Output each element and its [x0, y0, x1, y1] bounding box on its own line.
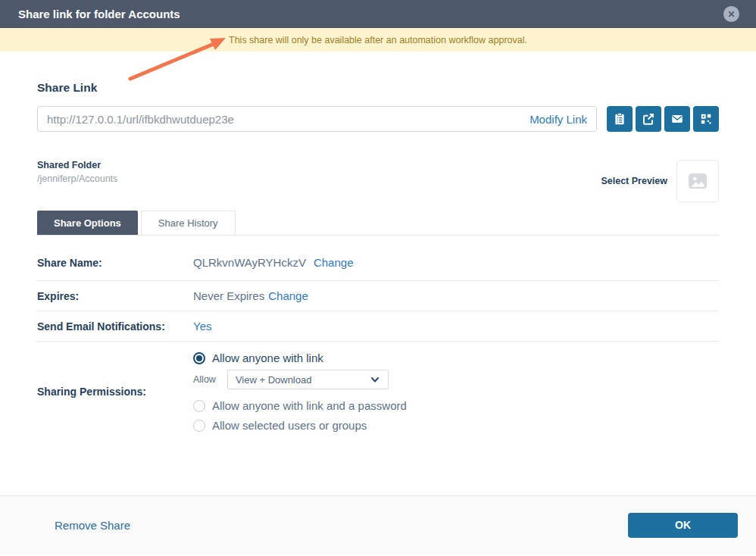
shared-folder-info: Shared Folder /jenniferp/Accounts	[37, 160, 117, 184]
expires-value: Never Expires	[193, 289, 264, 302]
share-link-dialog: Share link for folder Accounts ✕ This sh…	[0, 0, 756, 556]
image-placeholder-icon	[686, 170, 709, 192]
open-external-icon	[642, 112, 655, 126]
dialog-footer: Remove Share OK	[0, 495, 756, 554]
email-notifications-row: Send Email Notifications: Yes	[37, 311, 719, 342]
radio-allow-anyone-with-link[interactable]: Allow anyone with link	[193, 351, 407, 364]
approval-banner-text: This share will only be available after …	[229, 35, 527, 45]
select-preview-button[interactable]: Select Preview	[601, 176, 667, 186]
preview-thumbnail[interactable]	[676, 160, 719, 202]
modify-link-button[interactable]: Modify Link	[530, 113, 587, 126]
share-name-value: QLRkvnWAyRYHckzV	[193, 256, 306, 269]
radio-selected-icon	[193, 352, 205, 364]
preview-area: Select Preview	[601, 160, 719, 202]
remove-share-button[interactable]: Remove Share	[55, 519, 130, 532]
share-name-change-link[interactable]: Change	[314, 256, 354, 269]
email-notifications-label: Send Email Notifications:	[37, 320, 193, 333]
share-name-label: Share Name:	[37, 257, 193, 269]
radio-unselected-icon	[193, 400, 205, 412]
copy-link-button[interactable]	[607, 106, 633, 132]
radio-allow-selected-users[interactable]: Allow selected users or groups	[193, 419, 407, 432]
radio-label: Allow anyone with link	[212, 351, 323, 364]
clipboard-copy-icon	[613, 112, 626, 126]
radio-unselected-icon	[193, 420, 205, 432]
tab-share-history[interactable]: Share History	[141, 211, 236, 235]
allow-permission-line: Allow View + Download	[193, 370, 407, 389]
radio-label: Allow selected users or groups	[212, 419, 367, 432]
dialog-body: Share Link http://127.0.0.1/url/ifbkdhwu…	[0, 52, 756, 495]
email-link-button[interactable]	[664, 106, 690, 132]
share-url-field[interactable]: http://127.0.0.1/url/ifbkdhwutduep23e Mo…	[37, 106, 597, 132]
permission-select-value: View + Download	[236, 374, 312, 386]
shared-folder-label: Shared Folder	[37, 160, 117, 170]
share-link-row: http://127.0.0.1/url/ifbkdhwutduep23e Mo…	[37, 106, 719, 132]
expires-row: Expires: Never Expires Change	[37, 281, 719, 311]
link-action-buttons	[607, 106, 719, 132]
share-tabs: Share Options Share History	[37, 211, 719, 236]
allow-label: Allow	[193, 374, 216, 385]
qr-code-icon	[699, 112, 713, 126]
shared-folder-path: /jenniferp/Accounts	[37, 173, 117, 184]
share-name-row: Share Name: QLRkvnWAyRYHckzV Change	[37, 236, 719, 281]
email-envelope-icon	[670, 112, 684, 126]
sharing-permissions-label: Sharing Permissions:	[37, 386, 193, 398]
dialog-title: Share link for folder Accounts	[18, 8, 180, 20]
radio-allow-anyone-with-password[interactable]: Allow anyone with link and a password	[193, 399, 407, 412]
chevron-down-icon	[370, 374, 380, 385]
share-url-text: http://127.0.0.1/url/ifbkdhwutduep23e	[47, 113, 234, 126]
radio-label: Allow anyone with link and a password	[212, 399, 407, 412]
email-notifications-value[interactable]: Yes	[193, 320, 211, 333]
open-link-button[interactable]	[636, 106, 661, 132]
close-icon[interactable]: ✕	[723, 6, 739, 22]
sharing-permissions-row: Sharing Permissions: Allow anyone with l…	[37, 342, 719, 432]
dialog-header: Share link for folder Accounts ✕	[0, 0, 756, 28]
permission-select[interactable]: View + Download	[227, 370, 389, 389]
expires-change-link[interactable]: Change	[268, 289, 308, 302]
tab-share-options[interactable]: Share Options	[37, 211, 138, 235]
qr-code-button[interactable]	[693, 106, 719, 132]
expires-label: Expires:	[37, 290, 193, 302]
share-link-heading: Share Link	[37, 81, 719, 95]
sharing-permissions-options: Allow anyone with link Allow View + Down…	[193, 351, 407, 432]
ok-button[interactable]: OK	[628, 513, 738, 538]
approval-banner: This share will only be available after …	[0, 28, 756, 52]
shared-folder-row: Shared Folder /jenniferp/Accounts Select…	[37, 160, 719, 202]
